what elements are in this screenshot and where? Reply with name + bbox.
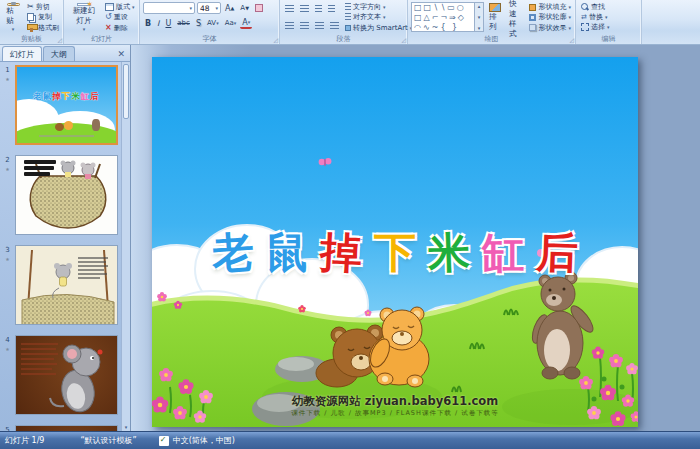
slide-thumbnail-2[interactable]: 2★ bbox=[0, 155, 121, 237]
underline-button[interactable]: U bbox=[163, 17, 173, 29]
smartart-icon bbox=[345, 25, 351, 31]
select-button[interactable]: 选择▾ bbox=[579, 22, 639, 32]
slide-number: 4★ bbox=[0, 335, 15, 417]
shape-outline-button[interactable]: 形状轮廓▾ bbox=[527, 12, 573, 22]
slide-thumbnail-4[interactable]: 4★ bbox=[0, 335, 121, 417]
font-color-button[interactable]: A▾ bbox=[240, 17, 252, 29]
paste-icon bbox=[7, 3, 20, 6]
font-size-combobox[interactable]: 48▾ bbox=[197, 2, 221, 14]
scroll-down-icon[interactable]: ▾ bbox=[122, 424, 130, 430]
shape-effects-icon bbox=[529, 24, 536, 31]
numbering-button[interactable] bbox=[298, 3, 311, 15]
numbering-icon bbox=[300, 5, 309, 13]
slide-title: 老鼠掉下米缸后 bbox=[152, 225, 638, 281]
chevron-down-icon: ▾ bbox=[383, 14, 386, 20]
reset-label: 重设 bbox=[114, 12, 128, 22]
copy-button[interactable]: 复制 bbox=[25, 12, 61, 22]
increase-indent-button[interactable] bbox=[326, 3, 337, 15]
change-case-button[interactable]: Aa▾ bbox=[223, 17, 239, 29]
chevron-down-icon: ▾ bbox=[568, 14, 571, 20]
thumbnail-list: 1★ 老鼠掉下米缸后 2★ bbox=[0, 62, 121, 431]
close-icon[interactable]: ✕ bbox=[114, 49, 128, 61]
decrease-indent-icon bbox=[315, 5, 322, 13]
strikethrough-button[interactable]: abc bbox=[175, 17, 192, 29]
text-shadow-button[interactable]: S bbox=[194, 17, 203, 29]
editor-area: 老鼠掉下米缸后 幼教资源网站 ziyuan.baby611.com 课件下载 /… bbox=[131, 45, 700, 431]
shrink-font-button[interactable]: A▼ bbox=[238, 2, 251, 14]
tab-outline[interactable]: 大纲 bbox=[43, 46, 75, 61]
layout-icon bbox=[105, 3, 114, 11]
chevron-down-icon: ▾ bbox=[607, 24, 610, 30]
align-right-button[interactable] bbox=[313, 20, 326, 32]
bullets-button[interactable] bbox=[283, 3, 296, 15]
arrange-button[interactable]: 排列 bbox=[486, 2, 504, 33]
footer-services-text: 课件下载 / 儿歌 / 故事MP3 / FLASH课件下载 / 试卷下载等 bbox=[152, 409, 638, 418]
shape-effects-label: 形状效果 bbox=[538, 23, 566, 33]
italic-button[interactable]: I bbox=[155, 17, 161, 29]
mini-bear bbox=[92, 119, 100, 131]
new-slide-button[interactable]: 新建幻灯片 ▾ bbox=[67, 2, 101, 33]
title-char: 后 bbox=[535, 224, 579, 281]
text-direction-button[interactable]: 文字方向▾ bbox=[343, 2, 414, 12]
slide-thumbnail-3[interactable]: 3★ bbox=[0, 245, 121, 327]
arrange-icon bbox=[489, 3, 501, 12]
new-slide-icon bbox=[77, 3, 91, 6]
character-spacing-button[interactable]: AV▾ bbox=[205, 17, 221, 29]
editing-group-label: 编辑 bbox=[576, 34, 641, 44]
thumbnail-image bbox=[15, 335, 118, 415]
paste-button[interactable]: 粘贴 ▾ bbox=[3, 2, 23, 33]
tab-slides[interactable]: 幻灯片 bbox=[2, 46, 42, 61]
more-shapes-icon: ▾ bbox=[475, 25, 483, 31]
ribbon-filler bbox=[642, 0, 700, 44]
chevron-down-icon: ▾ bbox=[132, 4, 135, 10]
shapes-gallery[interactable]: □□∖∖▭○ □△⌐¬⇒◇ ◠∿~{ } bbox=[411, 2, 475, 32]
dialog-launcher-icon[interactable]: ◿ bbox=[57, 37, 62, 43]
slides-group-label: 幻灯片 bbox=[64, 34, 139, 44]
chevron-down-icon: ▾ bbox=[83, 26, 86, 32]
quick-styles-label: 快速样式 bbox=[509, 0, 522, 39]
slide-thumbnail-1[interactable]: 1★ 老鼠掉下米缸后 bbox=[0, 65, 121, 147]
align-right-icon bbox=[315, 22, 324, 30]
dialog-launcher-icon[interactable]: ◿ bbox=[273, 37, 278, 43]
shape-fill-button[interactable]: 形状填充▾ bbox=[527, 2, 573, 12]
panel-scrollbar[interactable]: ▾ bbox=[121, 62, 130, 431]
up-arrow-icon: ▲ bbox=[230, 5, 234, 11]
decrease-indent-button[interactable] bbox=[313, 3, 324, 15]
dialog-launcher-icon[interactable]: ◿ bbox=[569, 37, 574, 43]
spellcheck-icon[interactable] bbox=[159, 436, 169, 446]
justify-button[interactable] bbox=[328, 20, 341, 32]
smartart-button[interactable]: 转换为 SmartArt▾ bbox=[343, 23, 414, 33]
find-button[interactable]: 查找 bbox=[579, 2, 639, 12]
slide-canvas[interactable]: 老鼠掉下米缸后 幼教资源网站 ziyuan.baby611.com 课件下载 /… bbox=[152, 57, 638, 427]
shape-fill-label: 形状填充 bbox=[538, 2, 566, 12]
format-painter-button[interactable]: 格式刷 bbox=[25, 23, 61, 33]
align-center-button[interactable] bbox=[298, 20, 311, 32]
scrollbar-thumb[interactable] bbox=[123, 64, 129, 119]
clear-formatting-button[interactable] bbox=[253, 2, 265, 14]
font-name-combobox[interactable]: ▾ bbox=[143, 2, 195, 14]
align-left-button[interactable] bbox=[283, 20, 296, 32]
reset-button[interactable]: ↺重设 bbox=[103, 12, 137, 22]
clipboard-group-label: 剪贴板 bbox=[0, 34, 63, 44]
text-direction-icon bbox=[345, 3, 351, 11]
bold-button[interactable]: B bbox=[143, 17, 153, 29]
shapes-gallery-scrollbar[interactable]: ▴▾▾ bbox=[475, 2, 484, 32]
align-text-button[interactable]: 对齐文本▾ bbox=[343, 12, 414, 22]
delete-button[interactable]: ×删除 bbox=[103, 23, 137, 33]
shape-effects-button[interactable]: 形状效果▾ bbox=[527, 23, 573, 33]
copy-label: 复制 bbox=[38, 12, 52, 22]
align-text-label: 对齐文本 bbox=[353, 12, 381, 22]
grow-font-button[interactable]: A▲ bbox=[223, 2, 236, 14]
mouse-scene bbox=[16, 336, 118, 415]
shapes-row: □□∖∖▭○ bbox=[414, 3, 474, 13]
dialog-launcher-icon[interactable]: ◿ bbox=[401, 37, 406, 43]
animation-indicator-icon: ★ bbox=[0, 346, 15, 352]
cut-button[interactable]: ✂剪切 bbox=[25, 2, 61, 12]
title-char: 鼠 bbox=[266, 225, 308, 281]
replace-button[interactable]: ⇄替换▾ bbox=[579, 12, 639, 22]
status-template[interactable]: “默认设计模板” bbox=[80, 435, 136, 446]
layout-button[interactable]: 版式▾ bbox=[103, 2, 137, 12]
quick-styles-button[interactable]: 快速样式 bbox=[506, 2, 525, 33]
select-label: 选择 bbox=[591, 22, 605, 32]
status-language[interactable]: 中文(简体，中国) bbox=[173, 435, 235, 446]
